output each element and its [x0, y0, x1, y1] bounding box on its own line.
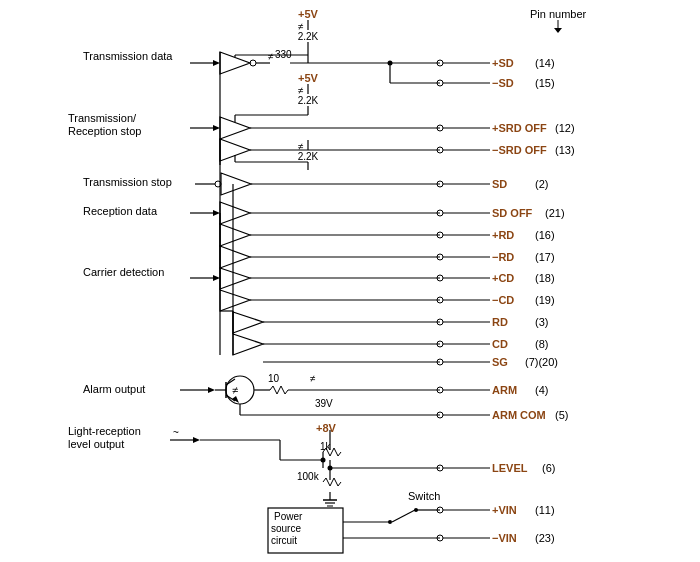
tx-rx-stop-label2: Reception stop	[68, 125, 141, 137]
pin-rd-minus: −RD	[492, 251, 514, 263]
vcc-top: +5V	[298, 8, 319, 20]
svg-text:2.2K: 2.2K	[298, 151, 319, 162]
power-source-text1: Power	[274, 511, 303, 522]
rx-data-label: Reception data	[83, 205, 158, 217]
svg-text:100k: 100k	[297, 471, 320, 482]
pin-vin-plus: +VIN	[492, 504, 517, 516]
pin-cd-plus-num: (18)	[535, 272, 555, 284]
carrier-label: Carrier detection	[83, 266, 164, 278]
switch-label: Switch	[408, 490, 440, 502]
pin-vin-minus: −VIN	[492, 532, 517, 544]
light-rx-label2: level output	[68, 438, 124, 450]
svg-marker-91	[208, 387, 215, 393]
pin-srd-off-plus: +SRD OFF	[492, 122, 547, 134]
svg-marker-81	[233, 334, 263, 355]
pin-sd-plus: +SD	[492, 57, 514, 69]
svg-marker-68	[213, 275, 220, 281]
tx-stop-label: Transmission stop	[83, 176, 172, 188]
circuit-diagram: Pin number +5V ≠ 2.2K Transmission data …	[0, 0, 700, 562]
pin-level: LEVEL	[492, 462, 528, 474]
light-rx-label1: Light-reception	[68, 425, 141, 437]
pin-srd-off-minus-num: (13)	[555, 144, 575, 156]
pin-cd-minus-num: (19)	[535, 294, 555, 306]
svg-marker-49	[221, 173, 251, 195]
svg-marker-77	[233, 312, 263, 333]
svg-marker-113	[193, 437, 200, 443]
svg-marker-55	[220, 202, 250, 224]
pin-sg-num: (7)(20)	[525, 356, 558, 368]
pin-cd-plus: +CD	[492, 272, 514, 284]
pin-srd-off-plus-num: (12)	[555, 122, 575, 134]
pin-arm: ARM	[492, 384, 517, 396]
svg-text:10: 10	[268, 373, 280, 384]
pin-sd-num: (2)	[535, 178, 548, 190]
svg-text:≠: ≠	[310, 373, 316, 384]
alarm-label: Alarm output	[83, 383, 145, 395]
pin-sd-off-num: (21)	[545, 207, 565, 219]
svg-marker-1	[554, 28, 562, 33]
pin-rd-plus: +RD	[492, 229, 514, 241]
vcc-8v: +8V	[316, 422, 337, 434]
pin-number-label: Pin number	[530, 8, 587, 20]
svg-text:≠: ≠	[268, 51, 274, 62]
power-source-text2: source	[271, 523, 301, 534]
pin-sd-off: SD OFF	[492, 207, 533, 219]
svg-point-92	[226, 376, 254, 404]
pin-sd-plus-num: (14)	[535, 57, 555, 69]
svg-marker-59	[220, 224, 250, 246]
svg-text:39V: 39V	[315, 398, 333, 409]
pin-sd-minus: −SD	[492, 77, 514, 89]
pin-vin-minus-num: (23)	[535, 532, 555, 544]
vcc2: +5V	[298, 72, 319, 84]
svg-text:330: 330	[275, 49, 292, 60]
svg-text:1k: 1k	[320, 441, 332, 452]
svg-text:2.2K: 2.2K	[298, 95, 319, 106]
svg-point-134	[388, 520, 392, 524]
tx-rx-stop-label: Transmission/	[68, 112, 137, 124]
pin-sd-minus-num: (15)	[535, 77, 555, 89]
svg-marker-7	[213, 60, 220, 66]
svg-marker-63	[220, 246, 250, 268]
pin-rd: RD	[492, 316, 508, 328]
svg-marker-54	[213, 210, 220, 216]
pin-level-num: (6)	[542, 462, 555, 474]
svg-marker-30	[213, 125, 220, 131]
pin-rd-minus-num: (17)	[535, 251, 555, 263]
pin-rd-plus-num: (16)	[535, 229, 555, 241]
svg-text:≠: ≠	[232, 384, 238, 396]
pin-srd-off-minus: −SRD OFF	[492, 144, 547, 156]
svg-marker-73	[220, 290, 250, 311]
pin-arm-num: (4)	[535, 384, 548, 396]
svg-marker-69	[220, 268, 250, 289]
pin-cd: CD	[492, 338, 508, 350]
pin-sd: SD	[492, 178, 507, 190]
pin-sg: SG	[492, 356, 508, 368]
pin-cd-num: (8)	[535, 338, 548, 350]
transmission-data-label: Transmission data	[83, 50, 173, 62]
svg-line-135	[392, 510, 415, 522]
pin-rd-num: (3)	[535, 316, 548, 328]
pin-arm-com: ARM COM	[492, 409, 546, 421]
svg-text:2.2K: 2.2K	[298, 31, 319, 42]
pin-vin-plus-num: (11)	[535, 504, 555, 516]
pin-cd-minus: −CD	[492, 294, 514, 306]
power-source-text3: circuit	[271, 535, 297, 546]
svg-text:~: ~	[173, 427, 179, 438]
pin-arm-com-num: (5)	[555, 409, 568, 421]
